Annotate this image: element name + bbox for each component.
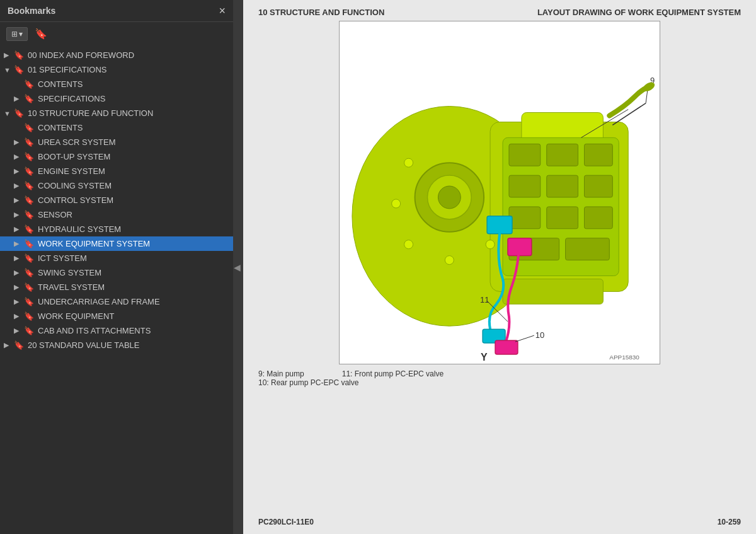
bookmark-icon: 🔖 <box>24 195 35 205</box>
splitter[interactable]: ◀ <box>233 0 243 534</box>
sidebar-item-label: ICT SYSTEM <box>38 253 229 263</box>
sidebar-item-10-hydraulic[interactable]: ▶🔖HYDRAULIC SYSTEM <box>0 222 233 236</box>
sidebar-item-label: SWING SYSTEM <box>38 268 229 277</box>
sidebar-item-10-structure[interactable]: ▼🔖10 STRUCTURE AND FUNCTION <box>0 106 233 120</box>
expand-icon: ▶ <box>14 240 24 248</box>
bookmark-icon: 🔖 <box>24 137 35 147</box>
sidebar-item-00-index[interactable]: ▶🔖00 INDEX AND FOREWORD <box>0 48 233 62</box>
sidebar-item-10-work-equip2[interactable]: ▶🔖WORK EQUIPMENT <box>0 309 233 323</box>
sidebar-item-10-ict[interactable]: ▶🔖ICT SYSTEM <box>0 251 233 265</box>
bookmark-icon: 🔖 <box>24 224 35 234</box>
expand-icon: ▶ <box>14 225 24 233</box>
sidebar-item-20-standard[interactable]: ▶🔖20 STANDARD VALUE TABLE <box>0 338 233 352</box>
sidebar: Bookmarks × ⊞ ▾ 🔖 ▶🔖00 INDEX AND FOREWOR… <box>0 0 233 534</box>
svg-rect-28 <box>487 216 512 234</box>
svg-rect-31 <box>495 340 518 354</box>
bookmark-icon: 🔖 <box>24 297 35 306</box>
bookmark-icon: 🔖 <box>24 311 35 321</box>
page-footer: PC290LCI-11E0 10-259 <box>243 510 756 534</box>
caption-item-10: 10: Rear pump PC-EPC valve <box>258 378 358 387</box>
bookmark-icon: 🔖 <box>35 28 47 39</box>
grid-icon: ⊞ <box>11 30 18 38</box>
svg-rect-20 <box>509 207 541 229</box>
sidebar-item-label: SENSOR <box>38 210 229 219</box>
svg-point-12 <box>486 240 495 249</box>
sidebar-item-10-bootup[interactable]: ▶🔖BOOT-UP SYSTEM <box>0 149 233 164</box>
expand-icon: ▶ <box>14 153 24 161</box>
sidebar-item-10-cooling[interactable]: ▶🔖COOLING SYSTEM <box>0 178 233 193</box>
expand-icon: ▶ <box>14 283 24 291</box>
bookmark-icon: 🔖 <box>24 166 35 176</box>
sidebar-item-10-work-equipment[interactable]: ▶🔖WORK EQUIPMENT SYSTEM <box>0 236 233 251</box>
svg-rect-17 <box>509 175 541 197</box>
page-section-title: 10 STRUCTURE AND FUNCTION <box>258 8 384 17</box>
svg-text:Y: Y <box>481 352 488 363</box>
caption-item-11: 11: Front pump PC-EPC valve <box>342 369 444 378</box>
main-content: 10 STRUCTURE AND FUNCTION LAYOUT DRAWING… <box>243 0 756 534</box>
sidebar-item-01-specs-contents[interactable]: 🔖CONTENTS <box>0 77 233 91</box>
expand-icon: ▶ <box>14 312 24 320</box>
collapse-icon: ▼ <box>4 66 14 74</box>
footer-page: 10-259 <box>718 518 741 526</box>
svg-rect-21 <box>547 207 578 229</box>
bookmark-icon: 🔖 <box>24 239 35 248</box>
sidebar-item-10-travel[interactable]: ▶🔖TRAVEL SYSTEM <box>0 280 233 294</box>
sidebar-item-label: COOLING SYSTEM <box>38 181 229 190</box>
bookmark-icon-button[interactable]: 🔖 <box>32 26 50 42</box>
expand-icon: ▶ <box>14 254 24 262</box>
collapse-arrow-icon[interactable]: ◀ <box>234 262 241 272</box>
svg-point-11 <box>445 256 454 265</box>
bookmark-icon: 🔖 <box>24 123 35 132</box>
svg-text:APP15830: APP15830 <box>609 354 639 361</box>
sidebar-tree[interactable]: ▶🔖00 INDEX AND FOREWORD▼🔖01 SPECIFICATIO… <box>0 45 233 534</box>
sidebar-item-01-specs-specs[interactable]: ▶🔖SPECIFICATIONS <box>0 91 233 106</box>
bookmark-icon: 🔖 <box>24 152 35 161</box>
svg-point-10 <box>404 240 413 249</box>
sidebar-item-label: CAB AND ITS ATTACHMENTS <box>38 326 229 335</box>
page-header: 10 STRUCTURE AND FUNCTION LAYOUT DRAWING… <box>243 0 756 21</box>
caption-item-9: 9: Main pump <box>258 369 304 378</box>
expand-icon: ▶ <box>14 269 24 277</box>
expand-icon: ▶ <box>14 298 24 306</box>
svg-rect-14 <box>509 144 541 166</box>
sidebar-item-10-urea[interactable]: ▶🔖UREA SCR SYSTEM <box>0 135 233 149</box>
sidebar-item-10-sensor[interactable]: ▶🔖SENSOR <box>0 207 233 222</box>
sidebar-header: Bookmarks × <box>0 0 233 22</box>
page-section-subtitle: LAYOUT DRAWING OF WORK EQUIPMENT SYSTEM <box>537 8 741 17</box>
bookmark-icon: 🔖 <box>24 79 35 89</box>
sidebar-item-01-specs[interactable]: ▼🔖01 SPECIFICATIONS <box>0 62 233 77</box>
bookmark-icon: 🔖 <box>24 268 35 277</box>
diagram-svg: 9 11 10 Y <box>340 21 660 364</box>
expand-icon: ▶ <box>14 182 24 190</box>
sidebar-item-label: CONTENTS <box>38 79 229 89</box>
bookmark-icon: 🔖 <box>24 326 35 335</box>
svg-point-8 <box>404 158 413 167</box>
svg-rect-18 <box>547 175 578 197</box>
footer-model: PC290LCI-11E0 <box>258 518 314 526</box>
view-options-button[interactable]: ⊞ ▾ <box>6 27 28 41</box>
expand-icon: ▶ <box>14 211 24 219</box>
sidebar-item-label: BOOT-UP SYSTEM <box>38 152 229 161</box>
sidebar-item-label: WORK EQUIPMENT SYSTEM <box>38 239 229 248</box>
sidebar-item-10-control[interactable]: ▶🔖CONTROL SYSTEM <box>0 193 233 207</box>
sidebar-item-label: SPECIFICATIONS <box>38 94 229 103</box>
close-button[interactable]: × <box>219 5 226 16</box>
sidebar-item-label: UNDERCARRIAGE AND FRAME <box>38 297 229 306</box>
expand-icon: ▶ <box>14 138 24 146</box>
svg-rect-16 <box>584 144 612 166</box>
sidebar-item-label: HYDRAULIC SYSTEM <box>38 224 229 234</box>
sidebar-item-10-cab[interactable]: ▶🔖CAB AND ITS ATTACHMENTS <box>0 323 233 338</box>
svg-point-9 <box>392 199 401 208</box>
page-content: 9 11 10 Y <box>243 21 756 510</box>
expand-icon: ▶ <box>14 95 24 103</box>
bookmark-icon: 🔖 <box>24 282 35 292</box>
sidebar-item-10-swing[interactable]: ▶🔖SWING SYSTEM <box>0 265 233 280</box>
diagram-caption: 9: Main pump 11: Front pump PC-EPC valve… <box>258 369 741 387</box>
svg-rect-22 <box>584 207 612 229</box>
sidebar-item-10-undercarriage[interactable]: ▶🔖UNDERCARRIAGE AND FRAME <box>0 294 233 309</box>
dropdown-arrow-icon: ▾ <box>19 30 23 38</box>
sidebar-item-10-contents[interactable]: 🔖CONTENTS <box>0 120 233 135</box>
sidebar-item-label: CONTENTS <box>38 123 229 132</box>
sidebar-item-10-engine[interactable]: ▶🔖ENGINE SYSTEM <box>0 164 233 178</box>
sidebar-item-label: CONTROL SYSTEM <box>38 195 229 205</box>
